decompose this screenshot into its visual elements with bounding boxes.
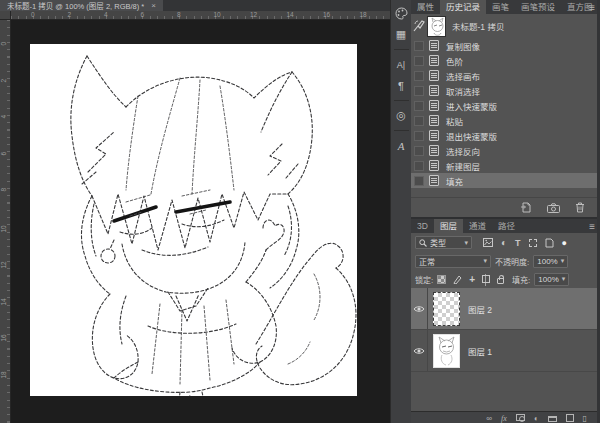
lock-position-icon[interactable]: + xyxy=(469,275,475,284)
panel-tab[interactable]: 3D xyxy=(411,219,434,233)
history-source-checkbox[interactable] xyxy=(411,176,427,186)
panel-tab[interactable]: 属性 xyxy=(411,0,440,14)
history-state-icon xyxy=(429,100,439,111)
layer-visibility-toggle[interactable] xyxy=(411,330,428,371)
layer-name[interactable]: 图层 2 xyxy=(468,303,492,315)
layer-thumbnail[interactable] xyxy=(433,292,460,326)
filter-type-layers-icon[interactable]: T xyxy=(515,238,521,248)
delete-icon[interactable] xyxy=(575,202,585,213)
new-layer-icon[interactable] xyxy=(566,414,574,422)
document-title: 未标题-1 拷贝 @ 100% (图层 2, RGB/8) * xyxy=(7,0,144,11)
panel-tab[interactable]: 画笔预设 xyxy=(515,0,561,14)
panel-tab[interactable]: 图层 xyxy=(434,219,463,233)
layers-panel-tab-bar: 3D 图层 通道 路径 xyxy=(411,219,597,233)
history-source-checkbox[interactable] xyxy=(411,146,427,156)
history-source-checkbox[interactable] xyxy=(411,161,427,171)
history-brush-source-icon[interactable] xyxy=(411,20,427,32)
delete-layer-icon[interactable]: ▯ xyxy=(583,414,587,423)
vertical-ruler[interactable]: 024681012141618 xyxy=(0,20,11,423)
new-document-from-state-icon[interactable] xyxy=(520,202,532,213)
ruler-number: 4 xyxy=(104,11,141,19)
canvas[interactable] xyxy=(30,44,357,396)
history-state-label: 选择画布 xyxy=(446,70,480,82)
document-tab[interactable]: 未标题-1 拷贝 @ 100% (图层 2, RGB/8) * × xyxy=(0,0,163,11)
lock-all-icon[interactable] xyxy=(497,278,504,284)
ruler-number: 6 xyxy=(141,11,178,19)
ruler-number: 12 xyxy=(250,11,287,19)
history-source-checkbox[interactable] xyxy=(411,131,427,141)
panel-tab[interactable]: 历史记录 xyxy=(440,0,486,14)
history-source-checkbox[interactable] xyxy=(411,116,427,126)
chevron-down-icon: ▾ xyxy=(464,239,468,247)
layers-panel-menu-icon[interactable]: ≡ xyxy=(589,220,595,233)
layer-thumbnail[interactable] xyxy=(433,334,460,368)
fill-dropdown[interactable]: 100% ▾ xyxy=(534,273,569,286)
history-state[interactable]: 进入快速蒙版 xyxy=(411,98,597,113)
history-state[interactable]: 选择反向 xyxy=(411,143,597,158)
lock-image-pixels-icon[interactable] xyxy=(453,274,462,284)
adjustment-layer-icon[interactable]: ◐ xyxy=(534,414,539,423)
layers-panel: 类型 ▾ ◐ T ● 正常 ▾ 不透明度: xyxy=(411,233,597,411)
ruler-number: 16 xyxy=(323,11,360,19)
character-panel-icon[interactable]: A| xyxy=(393,56,410,73)
history-state-icon xyxy=(429,115,439,126)
history-state[interactable]: 粘贴 xyxy=(411,113,597,128)
history-state[interactable]: 退出快速蒙版 xyxy=(411,128,597,143)
layer-row-1[interactable]: 图层 1 xyxy=(411,330,597,372)
history-source-checkbox[interactable] xyxy=(411,41,427,51)
filter-adjustment-layers-icon[interactable]: ◐ xyxy=(501,237,507,248)
panel-tab[interactable]: 路径 xyxy=(492,219,521,233)
history-state[interactable]: 取消选择 xyxy=(411,83,597,98)
panel-tab[interactable]: 通道 xyxy=(463,219,492,233)
layer-visibility-toggle[interactable] xyxy=(411,288,428,329)
panel-tab[interactable]: 画笔 xyxy=(486,0,515,14)
search-icon xyxy=(419,239,427,247)
layer-filter-icons: ◐ T ● xyxy=(483,237,567,248)
ruler-number: 6 xyxy=(0,152,10,189)
history-source-checkbox[interactable] xyxy=(411,101,427,111)
color-panel-icon[interactable] xyxy=(393,5,410,22)
history-source-checkbox[interactable] xyxy=(411,71,427,81)
lock-transparent-pixels-icon[interactable] xyxy=(437,275,446,284)
layer-filter-dropdown[interactable]: 类型 ▾ xyxy=(415,236,472,249)
panel-menu-icon[interactable]: ≡ xyxy=(589,1,595,14)
history-state[interactable]: 复制图像 xyxy=(411,38,597,53)
dock-divider xyxy=(394,49,409,50)
layer-effects-icon[interactable]: fx xyxy=(501,414,507,423)
glyphs-panel-icon[interactable]: A xyxy=(393,137,410,154)
ruler-number: 8 xyxy=(0,188,10,225)
blend-mode-dropdown[interactable]: 正常 ▾ xyxy=(415,255,491,268)
horizontal-ruler[interactable]: 024681012141618 xyxy=(11,11,390,20)
history-snapshot-row[interactable]: 未标题-1 拷贝 xyxy=(411,14,597,38)
clone-source-panel-icon[interactable]: ◎ xyxy=(393,107,410,124)
chevron-down-icon: ▾ xyxy=(483,257,487,265)
filter-shape-layers-icon[interactable] xyxy=(529,239,537,247)
panel-dock-strip: ▦ A| ¶ ◎ A xyxy=(390,0,411,423)
link-layers-icon[interactable]: ∞ xyxy=(486,414,492,423)
swatches-panel-icon[interactable]: ▦ xyxy=(393,26,410,43)
document-tab-bar: 未标题-1 拷贝 @ 100% (图层 2, RGB/8) * × xyxy=(0,0,390,11)
eye-icon xyxy=(413,347,425,355)
eye-icon xyxy=(413,305,425,313)
layer-row-2[interactable]: 图层 2 xyxy=(411,288,597,330)
history-state[interactable]: 填充 xyxy=(411,173,597,188)
close-tab-icon[interactable]: × xyxy=(151,1,156,10)
history-source-checkbox[interactable] xyxy=(411,56,427,66)
new-snapshot-icon[interactable] xyxy=(547,203,560,213)
filter-pixel-layers-icon[interactable] xyxy=(483,238,493,247)
layer-name[interactable]: 图层 1 xyxy=(468,345,492,357)
paragraph-panel-icon[interactable]: ¶ xyxy=(393,77,410,94)
history-state[interactable]: 新建图层 xyxy=(411,158,597,173)
history-state[interactable]: 色阶 xyxy=(411,53,597,68)
lock-artboard-icon[interactable] xyxy=(482,275,490,283)
filter-toggle-icon[interactable]: ● xyxy=(562,238,567,248)
photoshop-window: 未标题-1 拷贝 @ 100% (图层 2, RGB/8) * × 024681… xyxy=(0,0,600,423)
new-group-icon[interactable] xyxy=(548,416,557,422)
opacity-dropdown[interactable]: 100% ▾ xyxy=(533,255,568,268)
history-state[interactable]: 选择画布 xyxy=(411,68,597,83)
chevron-down-icon: ▾ xyxy=(562,275,566,283)
history-source-checkbox[interactable] xyxy=(411,86,427,96)
history-state-label: 填充 xyxy=(446,175,463,187)
add-mask-icon[interactable] xyxy=(516,414,525,421)
filter-smart-objects-icon[interactable] xyxy=(545,238,554,248)
